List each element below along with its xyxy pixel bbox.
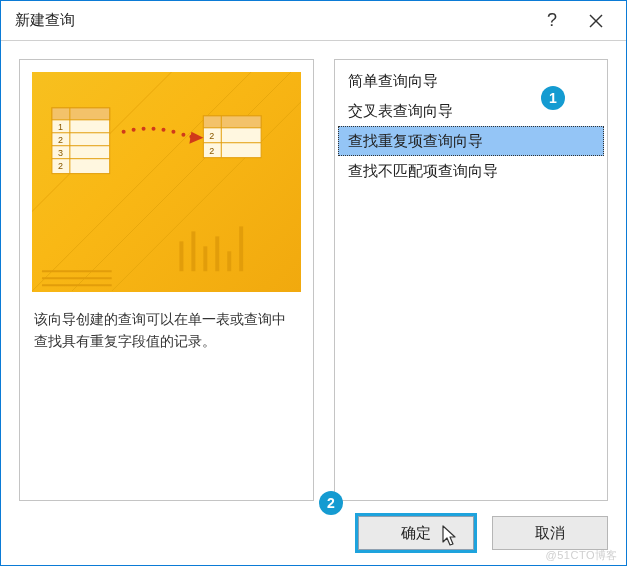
left-pane: 1 2 3 2 2 2 [19, 59, 314, 501]
cursor-icon [441, 525, 459, 547]
ok-button[interactable]: 确定 [358, 516, 474, 550]
list-item[interactable]: 查找不匹配项查询向导 [338, 156, 604, 186]
svg-text:2: 2 [58, 161, 63, 171]
close-icon [589, 14, 603, 28]
svg-text:2: 2 [209, 146, 214, 156]
list-item[interactable]: 查找重复项查询向导 [338, 126, 604, 156]
dialog-footer: 确定 取消 [1, 501, 626, 565]
help-button[interactable]: ? [530, 5, 574, 37]
illustration-graphic: 1 2 3 2 2 2 [32, 72, 301, 291]
svg-point-33 [122, 130, 126, 134]
close-button[interactable] [574, 5, 618, 37]
svg-point-6 [32, 226, 122, 291]
new-query-dialog: 新建查询 ? [0, 0, 627, 566]
list-item[interactable]: 简单查询向导 [338, 66, 604, 96]
watermark: @51CTO博客 [546, 548, 618, 563]
cancel-button[interactable]: 取消 [492, 516, 608, 550]
svg-point-37 [162, 128, 166, 132]
wizard-list[interactable]: 简单查询向导交叉表查询向导查找重复项查询向导查找不匹配项查询向导 [335, 60, 607, 500]
help-icon: ? [547, 10, 557, 31]
svg-point-36 [152, 127, 156, 131]
wizard-illustration: 1 2 3 2 2 2 [32, 72, 301, 292]
svg-text:2: 2 [209, 131, 214, 141]
annotation-callout-1: 1 [541, 86, 565, 110]
cancel-label: 取消 [535, 524, 565, 543]
svg-text:2: 2 [58, 135, 63, 145]
svg-point-34 [132, 128, 136, 132]
svg-point-38 [171, 130, 175, 134]
svg-point-35 [142, 127, 146, 131]
svg-rect-18 [52, 108, 110, 120]
wizard-description: 该向导创建的查询可以在单一表或查询中查找具有重复字段值的记录。 [32, 306, 301, 353]
titlebar: 新建查询 ? [1, 1, 626, 41]
svg-line-2 [32, 72, 291, 291]
svg-rect-28 [203, 116, 261, 128]
svg-text:1: 1 [58, 122, 63, 132]
dialog-body: 1 2 3 2 2 2 [1, 41, 626, 501]
ok-label: 确定 [401, 524, 431, 543]
svg-marker-41 [189, 132, 203, 144]
svg-line-4 [32, 72, 301, 291]
dialog-title: 新建查询 [15, 11, 530, 30]
svg-line-3 [32, 72, 301, 291]
right-pane: 简单查询向导交叉表查询向导查找重复项查询向导查找不匹配项查询向导 [334, 59, 608, 501]
svg-text:3: 3 [58, 148, 63, 158]
svg-point-39 [181, 133, 185, 137]
annotation-callout-2: 2 [319, 491, 343, 515]
